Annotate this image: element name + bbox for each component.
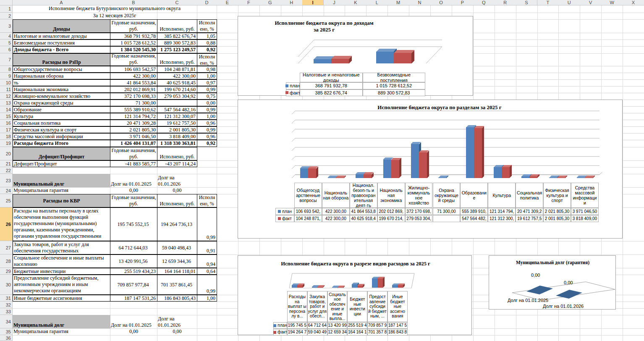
row-label[interactable]: Бюджетные инвестиции bbox=[13, 268, 110, 275]
chart1-bar-план-9[interactable] bbox=[549, 178, 557, 178]
row-header-9[interactable]: 9 bbox=[0, 73, 13, 79]
row-header-28[interactable]: 28 bbox=[0, 254, 13, 268]
row-label[interactable]: Культура bbox=[13, 113, 110, 120]
chart2-bar-факт-1[interactable] bbox=[317, 287, 323, 288]
value-pct[interactable]: 0,99 bbox=[197, 86, 217, 93]
column-header-C[interactable]: C bbox=[157, 0, 197, 5]
value-done[interactable]: 12 659 344,36 bbox=[157, 254, 197, 268]
chart1-bar-факт-2[interactable] bbox=[364, 174, 372, 178]
col-header-debt25[interactable]: Долг на 01.01.2025 bbox=[110, 174, 157, 187]
value-done[interactable]: 1 318 330 363,81 bbox=[157, 140, 197, 147]
col-header-debt25[interactable]: Долг на 01.01.2025 bbox=[110, 315, 157, 328]
chart1-bar-план-5[interactable] bbox=[438, 178, 446, 178]
value-done[interactable]: -43 207 114,24 bbox=[157, 160, 197, 167]
column-header-Q[interactable]: Q bbox=[473, 0, 495, 5]
column-header-H[interactable]: H bbox=[281, 0, 303, 5]
row-header-5[interactable]: 5 bbox=[0, 39, 13, 46]
row-label[interactable]: Жилищно-коммунальное хозяйство bbox=[13, 93, 110, 100]
value-done[interactable]: 40 625 918,45 bbox=[157, 79, 197, 86]
row-label[interactable]: Муниципальная гарантия bbox=[13, 328, 110, 335]
col-header-pct[interactable]: Исполн ено, % bbox=[197, 194, 217, 207]
col-header-pct[interactable]: Исполн ено, % bbox=[197, 19, 217, 33]
chart1-bar-план-0[interactable] bbox=[300, 168, 308, 178]
column-header-E[interactable]: E bbox=[217, 0, 238, 5]
chart0-bar-факт-0[interactable] bbox=[331, 59, 349, 63]
column-header-K[interactable]: K bbox=[345, 0, 367, 5]
value-done[interactable]: 186 843 805,43 bbox=[157, 295, 197, 302]
row-header-21[interactable]: 21 bbox=[0, 160, 13, 167]
value-pct[interactable]: 1,00 bbox=[197, 73, 217, 79]
chart1-bar-план-2[interactable] bbox=[356, 174, 364, 178]
row-header-3[interactable]: 3 bbox=[0, 19, 13, 33]
chart2-bar-план-3[interactable] bbox=[352, 284, 357, 288]
column-header-S[interactable]: S bbox=[516, 0, 538, 5]
value-annual[interactable]: 71 300,00 bbox=[110, 100, 157, 106]
chart1-bar-факт-4[interactable] bbox=[419, 152, 427, 178]
row-label[interactable]: Средства массовой информации bbox=[13, 133, 110, 140]
value-pct[interactable]: 0,99 bbox=[197, 106, 217, 113]
value-pct[interactable]: 0,99 bbox=[197, 207, 217, 241]
value-done[interactable]: 3 818 409,00 bbox=[157, 133, 197, 140]
row-label[interactable]: Национальная оборона bbox=[13, 73, 110, 79]
value-annual[interactable]: 255 519 434,23 bbox=[110, 268, 157, 275]
value-done[interactable]: 1 275 123 249,57 bbox=[157, 46, 197, 53]
value-pct[interactable]: 0,94 bbox=[197, 254, 217, 268]
value-annual[interactable]: 106 693 542,57 bbox=[110, 66, 157, 73]
row-label[interactable]: Дефицит/Профицит bbox=[13, 160, 110, 167]
value-pct[interactable]: 0,97 bbox=[197, 79, 217, 86]
value-pct[interactable]: 0,96 bbox=[197, 133, 217, 140]
value-annual[interactable]: 20 471 309,28 bbox=[110, 120, 157, 126]
row-header-16[interactable]: 16 bbox=[0, 120, 13, 126]
chart1-bar-факт-3[interactable] bbox=[391, 160, 399, 178]
row-header-8[interactable]: 8 bbox=[0, 66, 13, 73]
chart-kvr[interactable]: Исполнение бюджета округа в разрезе видо… bbox=[238, 255, 472, 335]
value-done[interactable]: 194 264 736,13 bbox=[157, 207, 197, 241]
row-header-32[interactable]: 32 bbox=[0, 302, 13, 308]
value-pct[interactable]: 0,98 bbox=[197, 66, 217, 73]
row-label[interactable]: Общегосударственные вопросы bbox=[13, 66, 110, 73]
row-label[interactable]: Предоставление субсидий бюджетным, автон… bbox=[13, 275, 110, 295]
value-annual[interactable]: 121 314 794,72 bbox=[110, 113, 157, 120]
row-label[interactable]: Национальная экономика bbox=[13, 86, 110, 93]
value-pct[interactable]: 0,88 bbox=[197, 39, 217, 46]
value-done[interactable]: 104 248 871,81 bbox=[157, 66, 197, 73]
value-done[interactable]: 2 001 805,30 bbox=[157, 126, 197, 133]
chart2-bar-факт-5[interactable] bbox=[398, 285, 403, 288]
row-header-27[interactable]: 27 bbox=[0, 241, 13, 254]
row-label[interactable]: Иные бюджетные ассигнования bbox=[13, 295, 110, 302]
value-annual[interactable]: -41 883 585,77 bbox=[110, 160, 157, 167]
sheet-subtitle[interactable]: За 12 месяцев 2025г bbox=[13, 13, 217, 19]
col-header-done[interactable]: Исполнено, руб. bbox=[157, 194, 197, 207]
select-all-corner[interactable] bbox=[0, 0, 13, 5]
chart1-bar-факт-7[interactable] bbox=[502, 167, 510, 178]
chart2-bar-факт-3[interactable] bbox=[357, 286, 363, 288]
column-header-D[interactable]: D bbox=[197, 0, 217, 5]
col-header-debt26[interactable]: Долг на 01.01.2026 bbox=[157, 174, 197, 187]
chart1-bar-факт-6[interactable] bbox=[474, 128, 482, 178]
value-annual[interactable]: 3 971 046,50 bbox=[110, 133, 157, 140]
value-pct[interactable]: 0,99 bbox=[197, 275, 217, 295]
col-header-pct[interactable]: Исполн ено, % bbox=[197, 53, 217, 66]
value-annual[interactable]: 13 420 991,56 bbox=[110, 254, 157, 268]
row-label[interactable]: Доходы бюджета - Всего bbox=[13, 46, 110, 53]
chart2-bar-факт-2[interactable] bbox=[338, 287, 343, 288]
row-header-34[interactable]: 34 bbox=[0, 315, 13, 328]
chart2-bar-факт-0[interactable] bbox=[297, 285, 303, 288]
row-header-11[interactable]: 11 bbox=[0, 86, 13, 93]
value-pct[interactable]: 0,99 bbox=[197, 126, 217, 133]
section-header[interactable]: Дефицит/Профицит bbox=[13, 147, 110, 160]
value-annual[interactable]: 195 745 552,15 bbox=[110, 207, 157, 241]
value-done[interactable]: 199 670 214,60 bbox=[157, 86, 197, 93]
row-header-19[interactable]: 19 bbox=[0, 140, 13, 147]
chart-debt[interactable]: Муниципальный долг (гарантия) 0,00 0,00 … bbox=[489, 255, 616, 310]
value-done[interactable]: 164 164 118,01 bbox=[157, 268, 197, 275]
col-header-done[interactable]: Исполнено, руб. bbox=[157, 147, 197, 160]
column-header-B[interactable]: B bbox=[110, 0, 157, 5]
row-header-26[interactable]: 26 bbox=[0, 207, 13, 241]
section-header-debt[interactable]: Муниципальный долг bbox=[13, 315, 110, 328]
chart-income[interactable]: Исполнение бюджета округа по доходамза 2… bbox=[238, 16, 473, 96]
value-annual[interactable]: 372 170 698,33 bbox=[110, 93, 157, 100]
col-header-annual[interactable]: Годовые назначения, руб. bbox=[110, 53, 157, 66]
chart2-bar-план-1[interactable] bbox=[312, 287, 317, 288]
row-header-29[interactable]: 29 bbox=[0, 268, 13, 275]
